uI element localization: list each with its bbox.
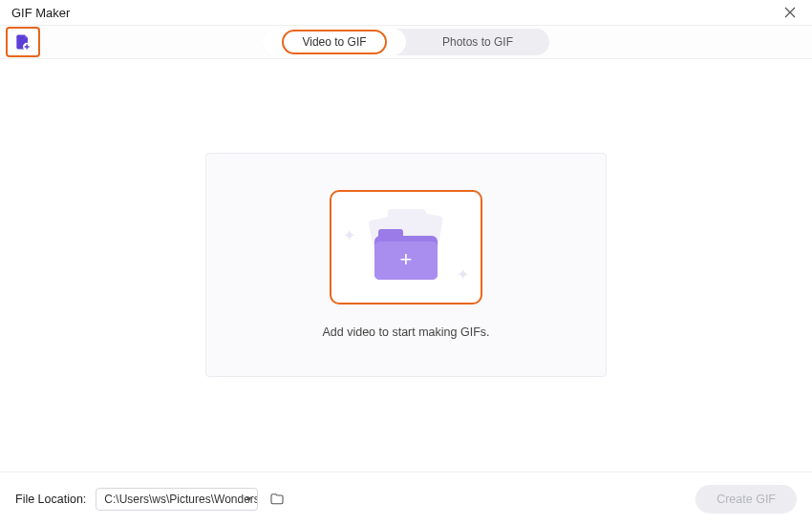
file-location-select[interactable]: C:\Users\ws\Pictures\Wonders bbox=[96, 488, 258, 511]
sparkle-icon: ✦ bbox=[457, 265, 469, 284]
create-gif-label: Create GIF bbox=[716, 493, 776, 506]
close-button[interactable] bbox=[781, 4, 799, 21]
tab-label: Video to GIF bbox=[302, 35, 366, 49]
add-media-button[interactable] bbox=[6, 27, 40, 57]
footer: File Location: C:\Users\ws\Pictures\Wond… bbox=[0, 472, 812, 525]
dropzone: ✦ ✦ + Add video to start making GIFs. bbox=[205, 153, 607, 377]
file-location-value: C:\Users\ws\Pictures\Wonders bbox=[104, 493, 258, 506]
document-plus-icon bbox=[13, 32, 32, 52]
close-icon bbox=[784, 7, 796, 18]
main-area: ✦ ✦ + Add video to start making GIFs. bbox=[0, 59, 812, 470]
file-location-label: File Location: bbox=[15, 493, 86, 506]
mode-tabs: Video to GIF Photos to GIF bbox=[263, 29, 549, 55]
tab-label: Photos to GIF bbox=[442, 35, 513, 49]
create-gif-button[interactable]: Create GIF bbox=[695, 485, 797, 514]
folder-plus-icon: + bbox=[374, 232, 438, 280]
toolbar: Video to GIF Photos to GIF bbox=[0, 25, 812, 59]
tab-photos-to-gif[interactable]: Photos to GIF bbox=[406, 35, 549, 49]
tab-video-to-gif[interactable]: Video to GIF bbox=[282, 30, 387, 54]
dropzone-hint: Add video to start making GIFs. bbox=[322, 326, 489, 339]
sparkle-icon: ✦ bbox=[343, 226, 355, 244]
browse-folder-button[interactable] bbox=[267, 490, 287, 509]
add-video-button[interactable]: ✦ ✦ + bbox=[330, 190, 482, 304]
folder-icon bbox=[269, 492, 285, 507]
window-title: GIF Maker bbox=[11, 6, 70, 20]
